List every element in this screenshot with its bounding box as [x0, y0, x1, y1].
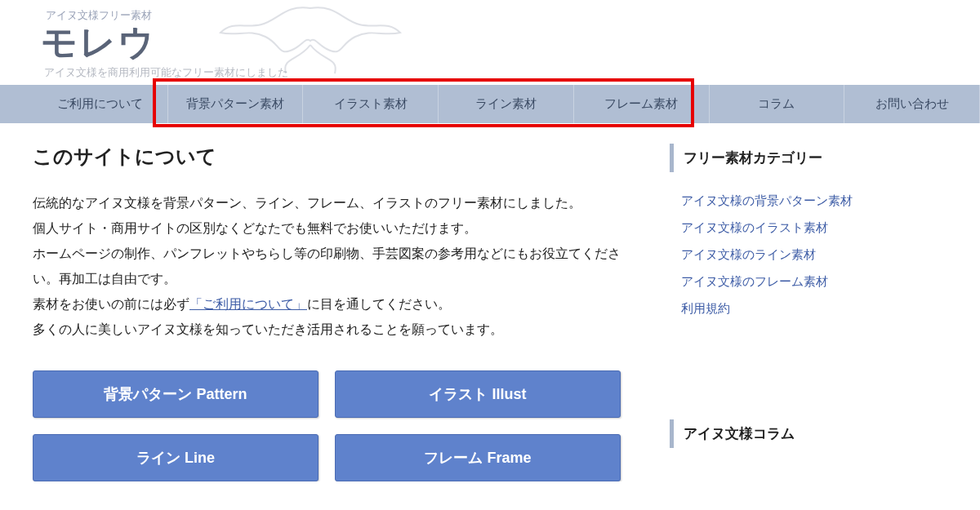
- intro-p2: 個人サイト・商用サイトの区別なくどなたでも無料でお使いいただけます。: [33, 215, 645, 241]
- sidebar-link-pattern[interactable]: アイヌ文様の背景パターン素材: [681, 187, 947, 214]
- header-subtitle: アイヌ文様フリー素材: [46, 8, 980, 23]
- site-header: アイヌ文様フリー素材 モレウ アイヌ文様を商用利用可能なフリー素材にしました: [0, 0, 980, 85]
- nav-usage[interactable]: ご利用について: [33, 85, 168, 123]
- nav-line[interactable]: ライン素材: [439, 85, 574, 123]
- nav-pattern[interactable]: 背景パターン素材: [168, 85, 304, 123]
- intro-text: 伝統的なアイヌ文様を背景パターン、ライン、フレーム、イラストのフリー素材にしまし…: [33, 190, 645, 342]
- intro-p1: 伝統的なアイヌ文様を背景パターン、ライン、フレーム、イラストのフリー素材にしまし…: [33, 190, 645, 215]
- sidebar-column-heading: アイヌ文様コラム: [670, 419, 947, 448]
- illust-button[interactable]: イラスト Illust: [335, 370, 621, 418]
- intro-p5: 多くの人に美しいアイヌ文様を知っていただき活用されることを願っています。: [33, 317, 645, 342]
- page-title: このサイトについて: [33, 144, 645, 170]
- nav-column[interactable]: コラム: [710, 85, 845, 123]
- nav-illust[interactable]: イラスト素材: [303, 85, 439, 123]
- site-logo[interactable]: モレウ: [41, 23, 980, 62]
- line-button[interactable]: ライン Line: [33, 434, 318, 481]
- nav-contact[interactable]: お問い合わせ: [844, 85, 980, 123]
- header-tagline: アイヌ文様を商用利用可能なフリー素材にしました: [44, 65, 980, 80]
- sidebar-link-line[interactable]: アイヌ文様のライン素材: [681, 241, 947, 268]
- sidebar-link-terms[interactable]: 利用規約: [681, 295, 947, 322]
- nav-frame[interactable]: フレーム素材: [574, 85, 710, 123]
- pattern-button[interactable]: 背景パターン Pattern: [33, 370, 318, 418]
- intro-p3: ホームページの制作、パンフレットやちらし等の印刷物、手芸図案の参考用などにもお役…: [33, 241, 645, 291]
- sidebar-link-illust[interactable]: アイヌ文様のイラスト素材: [681, 214, 947, 241]
- frame-button[interactable]: フレーム Frame: [335, 434, 621, 481]
- intro-p4: 素材をお使いの前には必ず「ご利用について」に目を通してください。: [33, 291, 645, 317]
- main-nav: ご利用について 背景パターン素材 イラスト素材 ライン素材 フレーム素材 コラム…: [0, 85, 980, 123]
- sidebar-cat-heading: フリー素材カテゴリー: [670, 144, 947, 172]
- usage-link[interactable]: 「ご利用について」: [189, 297, 307, 311]
- sidebar-link-frame[interactable]: アイヌ文様のフレーム素材: [681, 268, 947, 295]
